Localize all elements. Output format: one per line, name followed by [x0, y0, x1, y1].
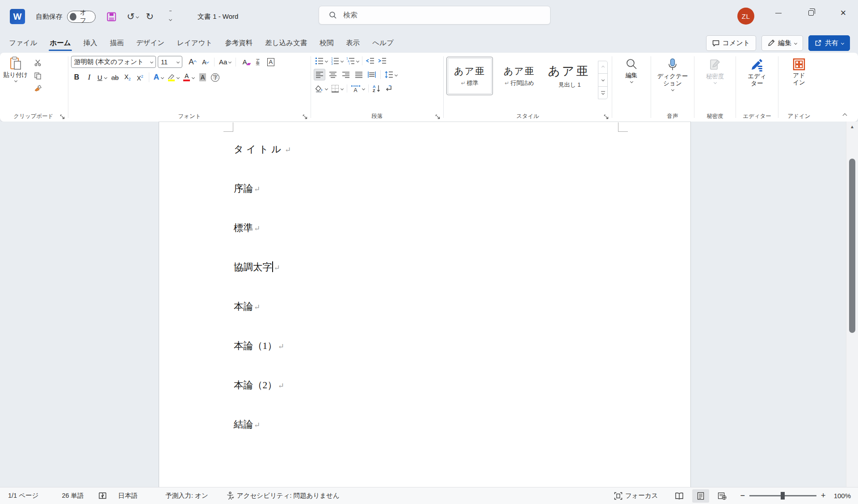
tab-insert[interactable]: 挿入 [77, 33, 104, 53]
tab-help[interactable]: ヘルプ [366, 33, 400, 53]
tab-draw[interactable]: 描画 [104, 33, 130, 53]
editing-menu-button[interactable]: 編集 [615, 55, 648, 83]
multilevel-list-button[interactable]: 1ai [345, 55, 360, 67]
sort-button[interactable]: A Z [371, 83, 382, 94]
style-heading-1[interactable]: あア亜 見出し 1 [546, 57, 592, 95]
paragraph-dialog-launcher[interactable] [435, 114, 440, 119]
redo-button[interactable]: ↻ [141, 8, 158, 25]
distribute-button[interactable] [366, 69, 378, 80]
font-dialog-launcher[interactable] [303, 114, 307, 119]
doc-line[interactable]: 序論↵ [234, 182, 291, 195]
addins-button[interactable]: アドイン [781, 55, 817, 86]
word-logo[interactable]: W [10, 9, 25, 24]
bullets-button[interactable] [314, 55, 329, 67]
doc-line[interactable]: 本論↵ [234, 300, 291, 313]
dictation-button[interactable]: ディクテーション [654, 55, 691, 91]
line-spacing-button[interactable] [383, 69, 399, 80]
tab-design[interactable]: デザイン [130, 33, 171, 53]
comments-button[interactable]: コメント [706, 35, 756, 51]
align-center-button[interactable] [327, 69, 338, 80]
zoom-in-button[interactable]: + [821, 491, 826, 500]
character-shading-button[interactable]: A [197, 71, 208, 83]
font-size-select[interactable]: 11 [158, 56, 182, 68]
document-page[interactable]: タイトル↵ 序論↵ 標準↵ 協調太字↵ 本論↵ 本論（1）↵ 本論（2）↵ 結論… [159, 122, 691, 487]
zoom-level[interactable]: 100% [834, 492, 851, 500]
customize-quick-access-button[interactable] [162, 8, 179, 25]
read-mode-button[interactable] [671, 489, 688, 503]
zoom-slider[interactable] [749, 495, 816, 496]
increase-indent-button[interactable] [376, 55, 388, 67]
change-case-button[interactable]: Aa [218, 56, 232, 68]
tab-references[interactable]: 参考資料 [219, 33, 259, 53]
tab-layout[interactable]: レイアウト [171, 33, 219, 53]
style-no-spacing[interactable]: あア亜 ↵行間詰め [496, 57, 543, 95]
enclose-characters-button[interactable]: 字 [210, 71, 221, 83]
character-border-button[interactable]: A [265, 56, 276, 68]
decrease-indent-button[interactable] [364, 55, 376, 67]
numbering-button[interactable]: 123 [329, 55, 345, 67]
undo-button[interactable]: ↺ [124, 8, 141, 25]
underline-button[interactable]: U [96, 71, 108, 83]
doc-line[interactable]: 結論↵ [234, 418, 291, 431]
cut-button[interactable] [32, 57, 43, 68]
tab-view[interactable]: 表示 [340, 33, 366, 53]
scrollbar-thumb[interactable] [849, 159, 855, 333]
styles-scroll-down-button[interactable] [598, 74, 607, 86]
format-painter-button[interactable] [32, 83, 43, 94]
doc-line[interactable]: 標準↵ [234, 222, 291, 234]
input-prediction-status[interactable]: 予測入力: オン [165, 491, 208, 500]
shrink-font-button[interactable]: A [200, 56, 211, 68]
doc-line[interactable]: 本論（2）↵ [234, 379, 291, 391]
clear-formatting-button[interactable]: A [239, 56, 250, 68]
doc-line[interactable]: 本論（1）↵ [234, 340, 291, 352]
tab-mailings[interactable]: 差し込み文書 [259, 33, 313, 53]
superscript-button[interactable]: X2 [135, 71, 146, 83]
font-color-button[interactable]: A [182, 71, 196, 83]
language-status[interactable]: 日本語 [118, 491, 138, 500]
highlight-color-button[interactable] [166, 71, 181, 83]
proofing-status-button[interactable] [98, 492, 107, 500]
print-layout-button[interactable] [692, 489, 709, 503]
doc-line[interactable]: 協調太字↵ [234, 261, 291, 273]
web-layout-button[interactable] [714, 489, 731, 503]
phonetic-guide-button[interactable]: ア亜 [252, 56, 263, 68]
subscript-button[interactable]: X2 [122, 71, 133, 83]
word-count[interactable]: 26 単語 [62, 491, 84, 500]
style-normal[interactable]: あア亜 ↵標準 [446, 57, 493, 95]
save-button[interactable] [103, 8, 120, 25]
tab-file[interactable]: ファイル [3, 33, 43, 53]
restore-button[interactable] [798, 0, 824, 26]
search-input[interactable]: 検索 [319, 6, 551, 25]
paste-button[interactable]: 貼り付け [2, 55, 29, 82]
tab-review[interactable]: 校閲 [313, 33, 340, 53]
shading-button[interactable] [314, 83, 329, 94]
collapse-ribbon-button[interactable] [843, 113, 847, 118]
zoom-slider-thumb[interactable] [781, 492, 785, 500]
avatar[interactable]: ZL [737, 8, 754, 25]
share-button[interactable]: 共有 [808, 35, 850, 51]
styles-scroll-up-button[interactable] [598, 61, 607, 74]
text-effects-button[interactable]: A [152, 71, 165, 83]
vertical-scrollbar[interactable]: ▲ [846, 122, 858, 487]
editor-button[interactable]: エディター [739, 55, 775, 87]
page-count[interactable]: 1/1 ページ [8, 491, 38, 500]
focus-mode-button[interactable]: フォーカス [614, 491, 658, 500]
editing-mode-button[interactable]: 編集 [761, 35, 803, 51]
tab-home[interactable]: ホーム [43, 33, 77, 53]
doc-line[interactable]: タイトル↵ [234, 143, 291, 155]
grow-font-button[interactable]: A [187, 56, 198, 68]
align-left-button[interactable] [314, 69, 325, 80]
close-button[interactable]: × [830, 0, 856, 26]
copy-button[interactable] [32, 70, 43, 81]
styles-gallery-more-button[interactable] [598, 87, 607, 99]
show-formatting-marks-button[interactable] [383, 83, 394, 94]
strikethrough-button[interactable]: ab [109, 71, 121, 83]
borders-button[interactable] [330, 83, 345, 94]
styles-dialog-launcher[interactable] [604, 114, 609, 119]
font-name-select[interactable]: 游明朝 (本文のフォント [71, 56, 156, 68]
bold-button[interactable]: B [71, 71, 82, 83]
scroll-up-icon[interactable]: ▲ [846, 124, 858, 129]
clipboard-dialog-launcher[interactable] [60, 114, 65, 119]
align-right-button[interactable] [340, 69, 351, 80]
accessibility-status[interactable]: アクセシビリティ: 問題ありません [226, 491, 340, 500]
